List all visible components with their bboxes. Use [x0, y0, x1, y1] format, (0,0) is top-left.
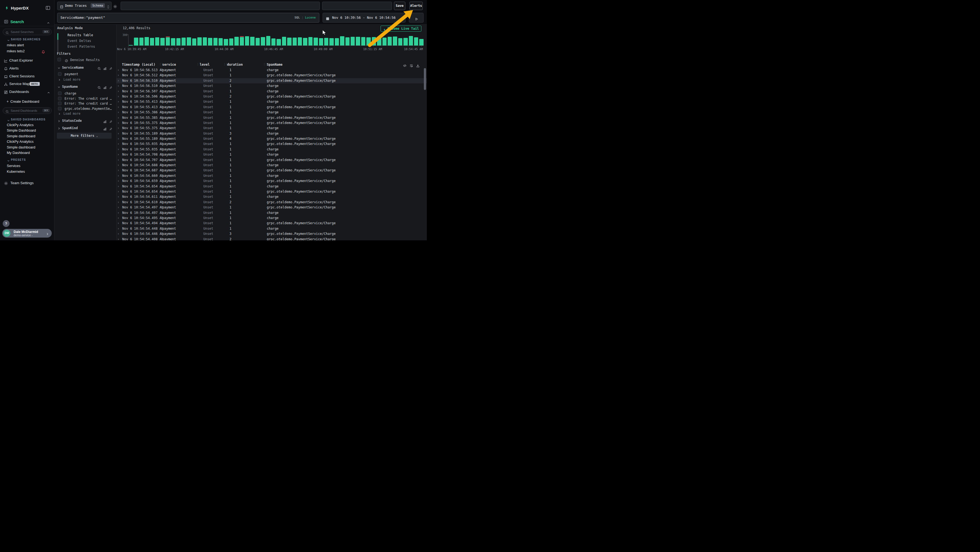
table-row[interactable]: › Nov 6 10:54:54.654 AM payment Unset 1 … [116, 184, 427, 189]
search-icon[interactable] [97, 85, 101, 90]
preset-item[interactable]: Kubernetes [7, 169, 53, 174]
column-header-spanname[interactable]: SpanName [267, 63, 283, 67]
table-row[interactable]: › Nov 6 10:54:55.189 AM payment Unset 3 … [116, 131, 427, 136]
sql-select-editor[interactable]: SELECT Timestamp, ServiceName as service… [121, 2, 320, 10]
table-row[interactable]: › Nov 6 10:54:55.413 AM payment Unset 1 … [116, 105, 427, 110]
filter-value-row[interactable]: grpc.oteldemo.PaymentSe… [58, 107, 120, 112]
chevron-down-icon[interactable] [7, 118, 10, 123]
table-row[interactable]: › Nov 6 10:54:54.660 AM payment Unset 1 … [116, 173, 427, 179]
sidebar-item-team-settings[interactable]: Team Settings [0, 180, 54, 187]
chevron-down-icon[interactable] [7, 158, 10, 163]
scrollbar-thumb[interactable] [424, 68, 426, 90]
analysis-mode-item[interactable]: Results Table [67, 33, 119, 39]
chevron-down-icon[interactable] [7, 38, 10, 43]
table-row[interactable]: › Nov 6 10:54:54.610 AM payment Unset 2 … [116, 200, 427, 205]
drag-handle-icon[interactable]: ⋮⋮ [223, 63, 227, 65]
pin-icon[interactable] [109, 85, 113, 90]
row-expand-chevron[interactable]: › [117, 231, 122, 236]
analysis-mode-item[interactable]: Event Deltas [67, 39, 119, 45]
order-by-editor[interactable]: ORDER BY Timestamp DESC [322, 2, 392, 10]
column-header-timestamp[interactable]: Timestamp (Local) [122, 63, 156, 67]
row-expand-chevron[interactable]: › [117, 200, 122, 205]
chevron-down-icon[interactable] [57, 85, 60, 89]
table-row[interactable]: › Nov 6 10:54:54.494 AM payment Unset 1 … [116, 221, 427, 226]
table-row[interactable]: › Nov 6 10:54:54.448 AM payment Unset 1 … [116, 226, 427, 231]
pin-icon[interactable] [109, 119, 113, 124]
pin-icon[interactable] [109, 65, 113, 71]
filter-group-servicename[interactable]: ServiceName [62, 65, 84, 70]
saved-dashboards-input[interactable]: Saved Dashboards ⌘K [3, 107, 52, 114]
table-row[interactable]: › Nov 6 10:54:55.413 AM payment Unset 1 … [116, 99, 427, 104]
table-row[interactable]: › Nov 6 10:54:54.654 AM payment Unset 1 … [116, 189, 427, 194]
saved-dashboard-item[interactable]: Simple dashboard [7, 134, 53, 139]
filter-value-row[interactable]: Error: The credit card … [58, 101, 120, 106]
more-filters-button[interactable]: More filters ⌄ [57, 133, 111, 139]
row-expand-chevron[interactable]: › [117, 147, 122, 152]
results-histogram[interactable] [129, 35, 423, 46]
date-range-picker[interactable]: Nov 6 10:39:56 - Nov 6 10:54:56 [323, 13, 406, 22]
row-expand-chevron[interactable]: › [117, 99, 122, 104]
table-row[interactable]: › Nov 6 10:54:54.497 AM payment Unset 1 … [116, 211, 427, 215]
pin-icon[interactable] [109, 126, 113, 131]
row-expand-chevron[interactable]: › [117, 94, 122, 99]
table-row[interactable]: › Nov 6 10:54:54.611 AM payment Unset 1 … [116, 194, 427, 199]
table-row[interactable]: › Nov 6 10:54:55.035 AM payment Unset 1 … [116, 141, 427, 147]
table-row[interactable]: › Nov 6 10:54:54.497 AM payment Unset 1 … [116, 205, 427, 210]
row-expand-chevron[interactable]: › [117, 141, 122, 147]
preset-item[interactable]: Services [7, 163, 53, 169]
table-row[interactable]: › Nov 6 10:54:56.507 AM payment Unset 1 … [116, 89, 427, 94]
column-header-level[interactable]: level [200, 63, 210, 67]
row-expand-chevron[interactable]: › [117, 205, 122, 210]
code-view-icon[interactable] [403, 63, 407, 68]
saved-dashboard-item[interactable]: ClickPy Analytics [7, 122, 53, 128]
row-expand-chevron[interactable]: › [117, 89, 122, 94]
row-expand-chevron[interactable]: › [117, 110, 122, 115]
bar-chart-icon[interactable] [103, 126, 107, 131]
table-row[interactable]: › Nov 6 10:54:55.189 AM payment Unset 4 … [116, 136, 427, 141]
row-expand-chevron[interactable]: › [117, 173, 122, 179]
saved-dashboard-item[interactable]: Simple Dashboard [7, 128, 53, 133]
table-row[interactable]: › Nov 6 10:54:56.513 AM payment Unset 1 … [116, 67, 427, 73]
row-expand-chevron[interactable]: › [117, 126, 122, 131]
filter-group-spanname[interactable]: SpanName [62, 85, 78, 89]
chevron-up-icon[interactable] [47, 21, 50, 26]
saved-search-item[interactable]: mikes tets2 [0, 49, 54, 54]
load-more-link[interactable]: Load more [64, 112, 80, 115]
denoise-checkbox[interactable] [57, 58, 61, 61]
table-row[interactable]: › Nov 6 10:54:54.707 AM payment Unset 1 … [116, 158, 427, 163]
table-row[interactable]: › Nov 6 10:54:54.687 AM payment Unset 1 … [116, 168, 427, 173]
table-row[interactable]: › Nov 6 10:54:56.510 AM payment Unset 2 … [116, 78, 427, 83]
table-row[interactable]: › Nov 6 10:54:54.688 AM payment Unset 1 … [116, 163, 427, 168]
row-expand-chevron[interactable]: › [117, 67, 122, 73]
filter-checkbox[interactable] [58, 102, 62, 105]
table-row[interactable]: › Nov 6 10:54:54.495 AM payment Unset 1 … [116, 215, 427, 221]
table-row[interactable]: › Nov 6 10:54:54.708 AM payment Unset 1 … [116, 152, 427, 157]
chevron-right-icon[interactable] [58, 112, 61, 115]
saved-search-item[interactable]: mikes alert [7, 43, 24, 47]
table-row[interactable]: › Nov 6 10:54:55.375 AM payment Unset 1 … [116, 126, 427, 131]
saved-dashboard-item[interactable]: ClickPy Analytics [7, 139, 53, 144]
row-expand-chevron[interactable]: › [117, 189, 122, 194]
analysis-mode-item[interactable]: Event Patterns [67, 45, 119, 50]
chevron-down-icon[interactable] [57, 66, 60, 70]
language-sql[interactable]: SQL [294, 16, 300, 19]
nav-search-section[interactable]: Search [0, 17, 54, 26]
row-expand-chevron[interactable]: › [117, 215, 122, 221]
language-lucene[interactable]: Lucene [305, 16, 316, 19]
column-header-duration[interactable]: duration [227, 63, 243, 67]
row-expand-chevron[interactable]: › [117, 152, 122, 157]
chevron-right-icon[interactable] [58, 78, 61, 81]
table-row[interactable]: › Nov 6 10:54:56.512 AM payment Unset 1 … [116, 73, 427, 78]
filter-value-row[interactable]: charge [58, 91, 120, 96]
text-wrap-icon[interactable] [409, 63, 413, 68]
data-source-select[interactable]: Demo Traces Schema [57, 2, 111, 10]
bar-chart-icon[interactable] [103, 65, 107, 71]
table-row[interactable]: › Nov 6 10:54:56.506 AM payment Unset 2 … [116, 94, 427, 99]
row-expand-chevron[interactable]: › [117, 221, 122, 226]
bar-chart-icon[interactable] [103, 119, 107, 124]
row-expand-chevron[interactable]: › [117, 226, 122, 231]
run-search-button[interactable] [409, 13, 423, 22]
table-row[interactable]: › Nov 6 10:54:55.385 AM payment Unset 1 … [116, 115, 427, 120]
row-expand-chevron[interactable]: › [117, 78, 122, 83]
column-header-service[interactable]: service [162, 63, 176, 67]
